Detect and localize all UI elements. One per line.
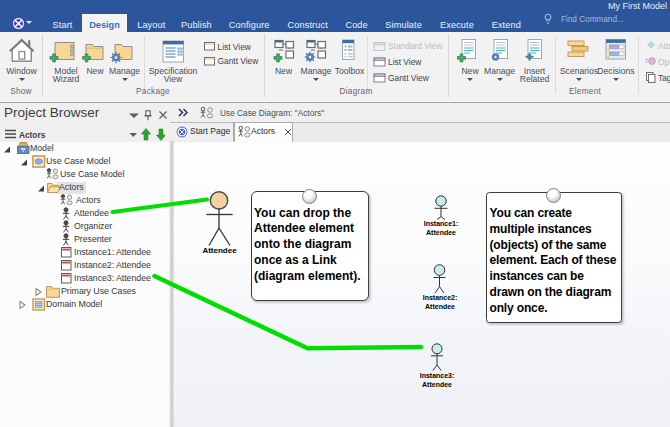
svg-text:Actors: Actors: [19, 130, 46, 140]
